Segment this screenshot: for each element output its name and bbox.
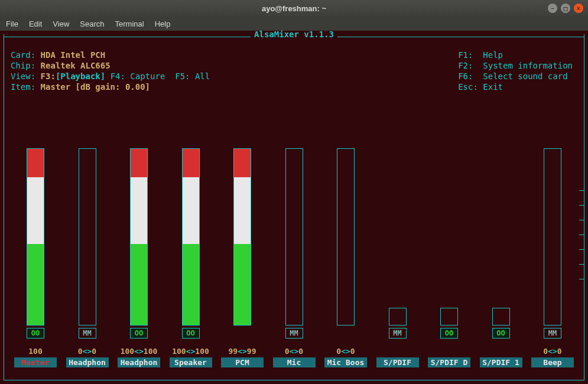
maximize-button[interactable]: ◻ xyxy=(561,4,570,13)
window-title: ayo@freshman: ~ xyxy=(262,4,326,13)
volume-label: 0<>0 xyxy=(543,347,561,356)
menu-help[interactable]: Help xyxy=(155,19,171,28)
mute-indicator[interactable]: OO xyxy=(130,328,148,339)
volume-bar[interactable] xyxy=(182,148,200,326)
view-f3[interactable]: F3: xyxy=(41,71,56,81)
volume-label: 99<>99 xyxy=(229,347,256,356)
mixer-channel[interactable]: MMS/PDIF xyxy=(374,308,421,367)
mute-indicator[interactable]: MM xyxy=(544,328,561,339)
volume-bar[interactable] xyxy=(337,148,355,326)
item-label: Item: xyxy=(11,82,35,92)
volume-label: 0<>0 xyxy=(78,347,96,356)
card-value: HDA Intel PCH xyxy=(41,50,106,60)
help-block: F1: Help F2: System information F6: Sele… xyxy=(458,39,573,103)
volume-bar[interactable] xyxy=(79,148,96,326)
volume-label: 100 xyxy=(28,347,42,356)
menu-terminal[interactable]: Terminal xyxy=(115,19,144,28)
help-esc-key[interactable]: Esc: xyxy=(458,82,478,92)
volume-bar[interactable] xyxy=(285,148,303,326)
menu-view[interactable]: View xyxy=(53,19,69,28)
volume-bar[interactable] xyxy=(130,148,148,326)
mute-indicator[interactable]: OO xyxy=(492,328,510,339)
card-label: Card: xyxy=(11,50,35,60)
terminal-window: ayo@freshman: ~ – ◻ × File Edit View Sea… xyxy=(0,0,588,384)
mixer-channel[interactable]: 99<>99PCM xyxy=(219,148,266,367)
mute-indicator[interactable]: MM xyxy=(285,328,303,339)
scrollbar-ticks xyxy=(579,190,584,279)
menu-search[interactable]: Search xyxy=(80,19,104,28)
mixer-channel[interactable]: OO100Master xyxy=(12,148,59,367)
help-f6-key[interactable]: F6: xyxy=(458,71,473,81)
channel-name[interactable]: Mic Boos xyxy=(324,357,367,367)
chip-label: Chip: xyxy=(11,61,35,70)
mixer-channel[interactable]: OOS/PDIF 1 xyxy=(477,308,525,367)
item-value: Master [dB gain: 0.00] xyxy=(41,82,150,92)
channel-name[interactable]: Master xyxy=(14,357,57,367)
channel-name[interactable]: S/PDIF xyxy=(376,357,419,367)
volume-bar[interactable] xyxy=(27,148,44,326)
window-controls: – ◻ × xyxy=(548,4,583,13)
channel-name[interactable]: Speaker xyxy=(170,357,212,367)
minimize-button[interactable]: – xyxy=(548,4,557,13)
mute-indicator[interactable]: OO xyxy=(182,328,200,339)
channel-name[interactable]: PCM xyxy=(221,357,264,367)
help-f1-key[interactable]: F1: xyxy=(458,50,473,60)
close-button[interactable]: × xyxy=(574,4,583,13)
mute-indicator[interactable]: MM xyxy=(79,328,96,339)
menu-file[interactable]: File xyxy=(6,19,18,28)
volume-bar[interactable] xyxy=(389,308,407,326)
mixer-channel[interactable]: OO100<>100Speaker xyxy=(167,148,215,367)
mixer-channel[interactable]: OOS/PDIF D xyxy=(425,308,473,367)
view-label: View: xyxy=(11,71,35,81)
channel-name[interactable]: S/PDIF D xyxy=(428,357,470,367)
mute-indicator[interactable]: OO xyxy=(27,328,44,339)
view-f5[interactable]: F5: All xyxy=(175,71,210,81)
channel-name[interactable]: S/PDIF 1 xyxy=(480,357,522,367)
mixer-channel[interactable]: 0<>0Mic Boos xyxy=(322,148,369,367)
volume-bar[interactable] xyxy=(440,308,458,326)
titlebar[interactable]: ayo@freshman: ~ – ◻ × xyxy=(0,0,588,17)
mute-indicator[interactable]: MM xyxy=(389,328,407,339)
mute-indicator[interactable]: OO xyxy=(440,328,458,339)
mixer-channel[interactable]: MM0<>0Beep xyxy=(529,148,576,367)
channel-name[interactable]: Headphon xyxy=(66,357,109,367)
volume-bar[interactable] xyxy=(233,148,251,326)
mixer-channel[interactable]: OO100<>100Headphon xyxy=(115,148,163,367)
volume-bar[interactable] xyxy=(492,308,510,326)
help-f6-val: Select sound card xyxy=(483,71,567,81)
volume-label: 100<>100 xyxy=(121,347,158,356)
app-title: AlsaMixer v1.1.3 xyxy=(251,30,337,39)
info-block: Card: HDA Intel PCH Chip: Realtek ALC665… xyxy=(11,39,210,103)
channel-name[interactable]: Headphon xyxy=(118,357,160,367)
help-f2-key[interactable]: F2: xyxy=(458,61,473,70)
mixer-channel[interactable]: MM0<>0Headphon xyxy=(64,148,111,367)
channel-name[interactable]: Beep xyxy=(531,357,574,367)
volume-label: 0<>0 xyxy=(336,347,355,356)
channel-name[interactable]: Mic xyxy=(273,357,316,367)
menu-edit[interactable]: Edit xyxy=(29,19,42,28)
menubar: File Edit View Search Terminal Help xyxy=(0,17,588,31)
view-playback[interactable]: [Playback] xyxy=(56,71,105,81)
help-f1-val: Help xyxy=(483,50,503,60)
volume-bar[interactable] xyxy=(544,148,561,326)
help-f2-val: System information xyxy=(483,61,573,70)
help-esc-val: Exit xyxy=(483,82,503,92)
mixer-channel[interactable]: MM0<>0Mic xyxy=(271,148,318,367)
view-f4[interactable]: F4: Capture xyxy=(111,71,165,81)
chip-value: Realtek ALC665 xyxy=(41,61,111,70)
tui-frame-top: AlsaMixer v1.1.3 xyxy=(4,34,584,39)
volume-label: 0<>0 xyxy=(285,347,303,356)
terminal-area[interactable]: AlsaMixer v1.1.3 Card: HDA Intel PCH Chi… xyxy=(0,31,588,384)
volume-label: 100<>100 xyxy=(172,347,209,356)
mixer-channels: OO100MasterMM0<>0HeadphonOO100<>100Headp… xyxy=(12,148,576,367)
